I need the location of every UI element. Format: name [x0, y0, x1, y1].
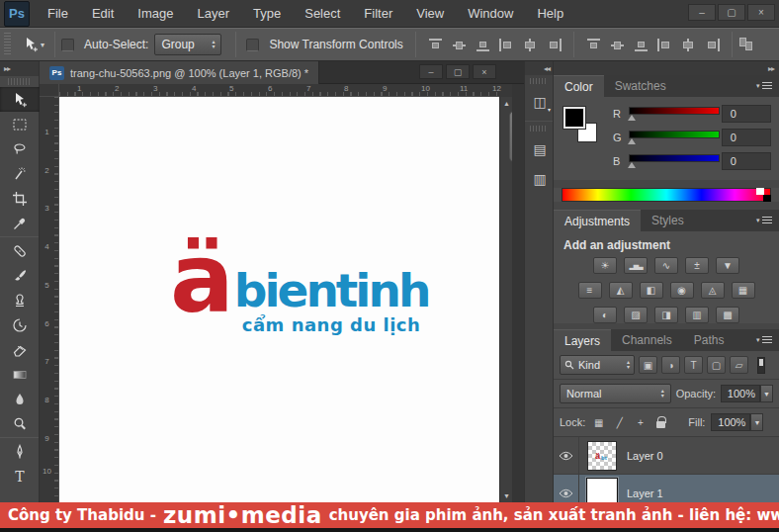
- levels-icon[interactable]: ▂▅▃: [624, 257, 648, 274]
- tab-color[interactable]: Color: [554, 75, 604, 97]
- menu-select[interactable]: Select: [293, 0, 352, 28]
- crop-tool[interactable]: [0, 186, 40, 211]
- chevron-down-icon[interactable]: ▼: [750, 413, 763, 431]
- dodge-tool[interactable]: [0, 411, 40, 436]
- tab-paths[interactable]: Paths: [683, 329, 736, 351]
- lock-position-icon[interactable]: +: [633, 415, 648, 430]
- menu-view[interactable]: View: [404, 0, 456, 28]
- lasso-tool[interactable]: [0, 136, 40, 161]
- brush-tool[interactable]: [0, 263, 40, 288]
- toolbox-gripper[interactable]: [8, 78, 31, 85]
- eraser-tool[interactable]: [0, 337, 40, 362]
- green-slider[interactable]: [629, 131, 720, 138]
- align-left-edges-button[interactable]: [498, 38, 515, 52]
- canvas[interactable]: ä bientinh cẩm nang du lịch: [59, 97, 499, 502]
- menu-layer[interactable]: Layer: [186, 0, 242, 28]
- layer-filter-kind-dropdown[interactable]: Kind ▴▾: [560, 355, 635, 375]
- magic-wand-tool[interactable]: [0, 161, 40, 186]
- blue-slider[interactable]: [629, 154, 720, 162]
- invert-icon[interactable]: ◐: [593, 307, 617, 323]
- red-slider-thumb[interactable]: [628, 115, 636, 121]
- panels-collapse-icon[interactable]: ▸▸: [554, 61, 779, 75]
- tab-adjustments[interactable]: Adjustments: [554, 210, 641, 231]
- panel-menu-icon[interactable]: ▾: [756, 335, 774, 345]
- vertical-scrollbar[interactable]: ▲ ▼: [499, 97, 512, 502]
- tab-channels[interactable]: Channels: [611, 329, 683, 351]
- lock-transparent-pixels-icon[interactable]: ▦: [591, 415, 606, 430]
- spectrum-white-swatch[interactable]: [756, 188, 764, 195]
- type-tool[interactable]: T: [0, 464, 40, 488]
- distribute-top-edges-button[interactable]: [585, 38, 602, 52]
- toolbox-collapse-icon[interactable]: ▸▸: [0, 61, 39, 76]
- spot-healing-brush-tool[interactable]: [0, 238, 40, 263]
- menu-help[interactable]: Help: [525, 0, 575, 28]
- filter-pixel-layers-icon[interactable]: ▣: [639, 356, 657, 374]
- green-value-field[interactable]: 0: [722, 129, 771, 146]
- tab-layers[interactable]: Layers: [554, 329, 611, 351]
- show-transform-controls-checkbox[interactable]: [246, 39, 259, 51]
- menu-file[interactable]: File: [36, 0, 80, 28]
- menu-image[interactable]: Image: [126, 0, 185, 28]
- menu-type[interactable]: Type: [241, 0, 293, 28]
- layer-thumbnail[interactable]: ä bt: [587, 441, 617, 471]
- eyedropper-tool[interactable]: [0, 211, 40, 235]
- close-button[interactable]: ×: [747, 4, 775, 21]
- spectrum-gradient[interactable]: [562, 188, 771, 202]
- distribute-bottom-edges-button[interactable]: [633, 38, 649, 52]
- cube-panel-icon[interactable]: ◫ ▾: [525, 87, 555, 117]
- rectangular-marquee-tool[interactable]: [0, 112, 40, 136]
- notes-panel-icon[interactable]: ▥: [525, 164, 555, 194]
- gradient-tool[interactable]: [0, 362, 40, 387]
- blue-value-field[interactable]: 0: [722, 152, 771, 170]
- filter-shape-layers-icon[interactable]: ▢: [707, 356, 726, 374]
- tab-swatches[interactable]: Swatches: [604, 75, 677, 97]
- align-right-edges-button[interactable]: [546, 38, 563, 52]
- threshold-icon[interactable]: ◨: [654, 307, 678, 323]
- history-brush-tool[interactable]: [0, 312, 40, 337]
- auto-select-target-dropdown[interactable]: Group ▴▾: [154, 34, 221, 55]
- lock-image-pixels-icon[interactable]: ╱: [612, 415, 627, 430]
- clone-stamp-tool[interactable]: [0, 288, 40, 312]
- align-top-edges-button[interactable]: [427, 38, 444, 52]
- opacity-dropdown[interactable]: 100% ▼: [721, 385, 773, 402]
- layer-name[interactable]: Layer 0: [627, 450, 663, 462]
- vibrance-icon[interactable]: ▼: [716, 257, 739, 274]
- dock-expand-icon[interactable]: ◂◂: [525, 61, 553, 75]
- blur-tool[interactable]: [0, 387, 40, 411]
- pen-tool[interactable]: [0, 439, 40, 464]
- document-close-button[interactable]: ×: [473, 64, 496, 79]
- document-minimize-button[interactable]: –: [419, 64, 443, 79]
- minimize-button[interactable]: –: [688, 4, 716, 21]
- red-value-field[interactable]: 0: [722, 105, 771, 123]
- tool-preset-picker[interactable]: ▾: [19, 37, 48, 52]
- channel-mixer-icon[interactable]: ◬: [701, 282, 725, 299]
- foreground-color-swatch[interactable]: [563, 107, 585, 129]
- blue-slider-thumb[interactable]: [628, 162, 636, 168]
- color-lookup-icon[interactable]: ▦: [732, 282, 755, 299]
- distribute-right-edges-button[interactable]: [704, 38, 721, 52]
- red-slider[interactable]: [629, 107, 720, 115]
- photo-filter-icon[interactable]: ◉: [670, 282, 694, 299]
- distribute-left-edges-button[interactable]: [656, 38, 673, 52]
- vertical-ruler[interactable]: 1 2 3 4 5 6 7 8 9 10: [40, 97, 59, 502]
- menu-edit[interactable]: Edit: [80, 0, 126, 28]
- filter-toggle-switch[interactable]: [757, 357, 765, 374]
- move-tool[interactable]: [0, 87, 40, 112]
- filter-type-layers-icon[interactable]: T: [684, 356, 703, 374]
- filter-adjustment-layers-icon[interactable]: ◑: [661, 356, 680, 374]
- document-tab[interactable]: Ps trang-chu-50563.png @ 100% (Layer 1, …: [40, 61, 319, 84]
- spectrum-black-swatch[interactable]: [763, 195, 771, 202]
- menu-filter[interactable]: Filter: [352, 0, 404, 28]
- distribute-horizontal-centers-button[interactable]: [680, 38, 697, 52]
- blend-mode-dropdown[interactable]: Normal ▴▾: [560, 384, 671, 403]
- color-spectrum-ramp[interactable]: [562, 188, 771, 202]
- options-bar-gripper[interactable]: [4, 33, 11, 56]
- brightness-contrast-icon[interactable]: ☀: [593, 257, 617, 274]
- layer-visibility-toggle[interactable]: [554, 437, 579, 475]
- exposure-icon[interactable]: ±: [685, 257, 709, 274]
- curves-icon[interactable]: ∿: [654, 257, 678, 274]
- auto-select-checkbox[interactable]: [61, 39, 74, 51]
- align-horizontal-centers-button[interactable]: [522, 38, 539, 52]
- align-vertical-centers-button[interactable]: [451, 38, 468, 52]
- layer-name[interactable]: Layer 1: [627, 488, 663, 499]
